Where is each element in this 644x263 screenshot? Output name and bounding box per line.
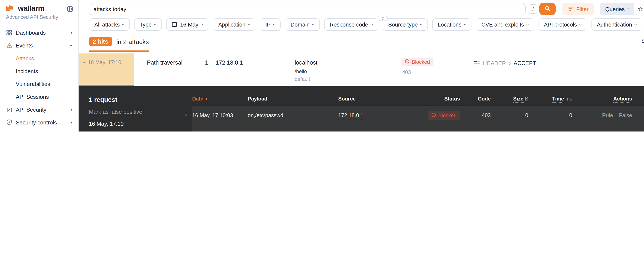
detail-date: 16 May, 17:10 [89, 121, 192, 127]
chip-date[interactable]: 16 May› [166, 18, 208, 31]
chevron-right-icon: › [70, 107, 72, 112]
sidebar-item-api-sessions[interactable]: API Sessions [0, 90, 78, 103]
collapse-chevron-icon[interactable]: › [184, 114, 189, 116]
chip-authentication[interactable]: Authentication› [591, 18, 642, 31]
attack-path: /hello [295, 68, 318, 74]
chip-application[interactable]: Application› [213, 18, 256, 31]
column-actions[interactable]: Actions [572, 96, 632, 102]
hits-tab[interactable]: 2 hits in 2 attacks [89, 37, 149, 52]
sort-desc-icon: ▼ [205, 97, 208, 101]
blocked-icon [405, 59, 410, 65]
filter-chips-row: All attacks› Type› 16 May› Application› … [78, 16, 644, 32]
sidebar-item-label: Attacks [16, 55, 34, 61]
chevron-right-icon: › [70, 119, 72, 125]
events-warning-icon [6, 42, 12, 49]
chevron-down-icon: › [578, 24, 583, 25]
chevron-down-icon: › [525, 24, 530, 25]
attack-status: Blocked 403 [402, 58, 433, 75]
queries-button[interactable]: Queries › [600, 4, 634, 15]
attack-point: HEADER › ACCEPT [474, 60, 536, 67]
chevron-down-icon: › [68, 45, 74, 46]
calendar-icon [172, 21, 177, 28]
header-param-icon [474, 60, 480, 67]
status-badge: Blocked [428, 111, 460, 120]
chip-response-code[interactable]: Response code› [324, 18, 378, 31]
attack-date-cell[interactable]: › 16 May, 17:10 [78, 54, 134, 86]
attack-source-ip[interactable]: 172.18.0.1 [216, 60, 243, 66]
chip-locations[interactable]: Locations› [432, 18, 472, 31]
column-payload: Payload [248, 96, 338, 102]
status-badge: Blocked [402, 58, 433, 66]
chip-label: Application [218, 21, 245, 28]
sidebar-item-vulnerabilities[interactable]: Vulnerabilities [0, 77, 78, 90]
chevron-down-icon: › [463, 24, 468, 25]
sidebar-item-dashboards[interactable]: Dashboards › [0, 26, 78, 39]
filter-button[interactable]: Filter [562, 3, 595, 15]
chip-ip[interactable]: IP› [260, 18, 281, 31]
chip-cve-exploits[interactable]: CVE and exploits› [476, 18, 534, 31]
filter-icon [568, 6, 573, 12]
column-code: Code [460, 96, 491, 102]
column-date[interactable]: Date ▼ [192, 96, 248, 102]
chevron-down-icon: › [419, 24, 424, 25]
filter-label: Filter [576, 6, 589, 12]
column-time[interactable]: Time ms [528, 96, 572, 102]
brand: wallarm Advanced API Security [0, 0, 78, 20]
sidebar-nav: Dashboards › Events › Attacks Incidents … [0, 26, 78, 132]
request-source[interactable]: 172.18.0.1 [338, 112, 406, 118]
chip-all-attacks[interactable]: All attacks› [89, 18, 130, 31]
false-action-link[interactable]: False [619, 112, 632, 118]
chip-label: Locations [438, 21, 462, 28]
sidebar-item-label: Security controls [16, 119, 70, 126]
chevron-down-icon: › [246, 24, 252, 25]
search-input[interactable] [94, 6, 521, 12]
detail-summary-column: 1 request Mark as false positive 16 May,… [78, 86, 192, 132]
sidebar-item-label: API Security [16, 106, 70, 113]
braces-check-icon: {✓} [6, 106, 12, 113]
sidebar-item-label: API Sessions [16, 93, 49, 100]
chip-domain[interactable]: Domain› [285, 18, 320, 31]
sort-label: Sort by latest hit [641, 38, 644, 44]
chip-label: Response code [330, 21, 368, 28]
chevron-down-icon: › [121, 24, 126, 25]
chip-label: CVE and exploits [481, 21, 524, 28]
chip-source-type[interactable]: Source type› [383, 18, 428, 31]
queries-group: Queries › ☆ [600, 3, 644, 15]
topbar: / Filter Queries › ☆ [78, 0, 644, 16]
sidebar-item-attacks[interactable]: Attacks [0, 52, 78, 65]
chip-type[interactable]: Type› [134, 18, 162, 31]
sidebar-item-security-controls[interactable]: Security controls › [0, 116, 78, 129]
search-button[interactable] [540, 3, 556, 15]
rule-action-link[interactable]: Rule [602, 112, 613, 118]
attack-application: default [295, 76, 318, 82]
search-expand-handle[interactable] [378, 16, 388, 21]
collapse-sidebar-icon[interactable] [67, 6, 73, 14]
sidebar-item-events[interactable]: Events › [0, 39, 78, 52]
chip-label: Type [140, 21, 152, 28]
chip-api-protocols[interactable]: API protocols› [538, 18, 587, 31]
attack-response-code: 403 [402, 69, 433, 75]
chip-label: Authentication [597, 21, 632, 28]
sidebar-item-api-security[interactable]: {✓} API Security › [0, 103, 78, 116]
column-size[interactable]: Size B [491, 96, 528, 102]
column-source: Source [338, 96, 406, 102]
results-summary: 2 hits in 2 attacks Sort by latest hit [78, 32, 644, 54]
request-date: ›16 May, 17:10:03 [192, 112, 248, 118]
request-row[interactable]: ›16 May, 17:10:03 on,/etc/passwd 172.18.… [192, 106, 644, 125]
chevron-right-icon: › [70, 30, 72, 36]
sidebar-item-api-security-testing[interactable]: {✓} API Security Testing › [0, 129, 78, 132]
chip-label: Source type [388, 21, 418, 28]
chevron-down-icon: › [633, 24, 638, 25]
attack-detail-panel: 1 request Mark as false positive 16 May,… [78, 86, 644, 132]
chevron-down-icon: › [311, 24, 316, 25]
attack-domain: localhost [295, 60, 318, 66]
attack-row[interactable]: › 16 May, 17:10 Path traversal 1 172.18.… [78, 54, 644, 86]
mark-false-positive-link[interactable]: Mark as false positive [89, 109, 192, 115]
star-icon: ☆ [638, 6, 643, 13]
favorite-star-button[interactable]: ☆ [634, 4, 644, 15]
chip-label: Domain [290, 21, 310, 28]
sidebar-item-incidents[interactable]: Incidents [0, 65, 78, 77]
expand-chevron-icon: › [82, 62, 87, 63]
request-actions: Rule False [572, 112, 632, 118]
wallarm-logo-icon [6, 4, 15, 13]
